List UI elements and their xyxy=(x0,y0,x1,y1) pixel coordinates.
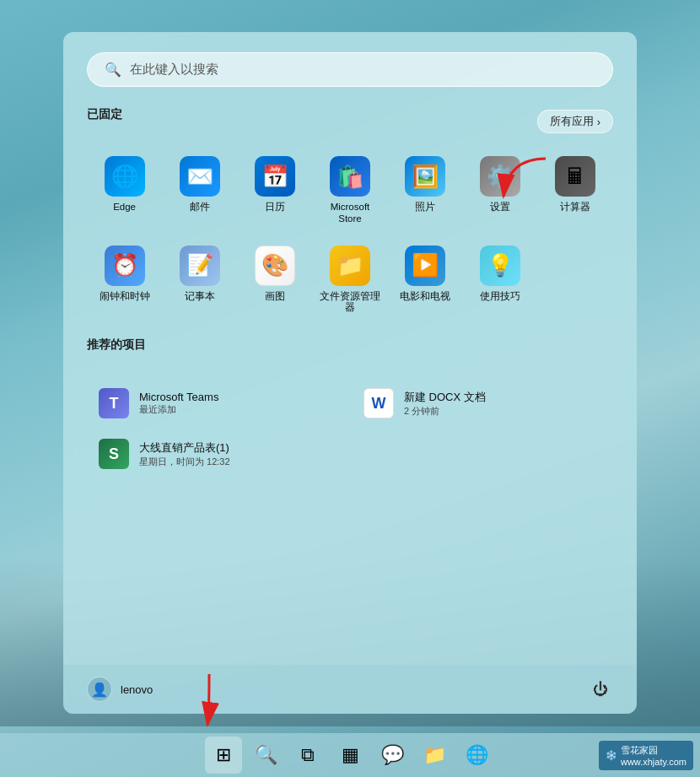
taskbar-start[interactable]: ⊞ xyxy=(205,737,242,774)
watermark: ❄️ 雪花家园 www.xhjaty.com xyxy=(599,741,693,770)
taskbar-search[interactable]: 🔍 xyxy=(247,737,284,774)
clock-icon: ⏰ xyxy=(105,246,145,286)
notepad-icon: 📝 xyxy=(180,246,220,286)
rec-item-teams[interactable]: TMicrosoft Teams最近添加 xyxy=(87,380,348,427)
app-item-tips[interactable]: 💡使用技巧 xyxy=(463,239,538,321)
watermark-text: 雪花家园 www.xhjaty.com xyxy=(621,744,687,767)
settings-icon: ⚙️ xyxy=(480,156,520,197)
app-item-calendar[interactable]: 📅日历 xyxy=(237,149,312,232)
taskbar-edge-tb[interactable]: 🌐 xyxy=(458,737,495,774)
pinned-header: 已固定 所有应用 › xyxy=(87,107,613,136)
tips-label: 使用技巧 xyxy=(480,291,520,303)
app-item-notepad[interactable]: 📝记事本 xyxy=(162,239,237,321)
clock-label: 闹钟和时钟 xyxy=(100,291,150,303)
paint-icon: 🎨 xyxy=(255,246,295,286)
app-item-settings[interactable]: ⚙️设置 xyxy=(463,149,538,232)
store-icon: 🛍️ xyxy=(330,156,370,197)
docx-rec-icon: W xyxy=(363,388,394,418)
search-bar[interactable]: 🔍 在此键入以搜索 xyxy=(87,52,613,87)
app-item-movies[interactable]: ▶️电影和电视 xyxy=(388,239,463,321)
user-avatar: 👤 xyxy=(87,677,112,702)
store-label: Microsoft Store xyxy=(317,202,382,225)
desktop: 🔍 在此键入以搜索 已固定 所有应用 › 🌐Edge✉️邮件📅日历🛍️Micro… xyxy=(0,0,700,777)
mail-icon: ✉️ xyxy=(180,156,220,197)
taskbar: ⊞🔍⧉▦💬📁🌐 xyxy=(0,733,700,777)
sheets-rec-info: 大线直销产品表(1)星期日，时间为 12:32 xyxy=(139,440,230,468)
recommended-items: TMicrosoft Teams最近添加W新建 DOCX 文档2 分钟前S大线直… xyxy=(87,380,613,478)
files-label: 文件资源管理器 xyxy=(317,291,382,315)
mail-label: 邮件 xyxy=(190,202,210,213)
chevron-right-icon: › xyxy=(597,116,600,128)
sheets-rec-icon: S xyxy=(99,439,129,469)
teams-rec-sub: 最近添加 xyxy=(139,403,218,416)
taskbar-widgets[interactable]: ▦ xyxy=(331,737,369,774)
app-item-photos[interactable]: 🖼️照片 xyxy=(388,149,463,232)
docx-rec-sub: 2 分钟前 xyxy=(404,405,486,418)
calendar-label: 日历 xyxy=(265,202,285,213)
recommended-header: 推荐的项目 xyxy=(87,337,613,366)
pinned-label: 已固定 xyxy=(87,107,122,122)
search-placeholder: 在此键入以搜索 xyxy=(130,62,218,78)
docx-rec-title: 新建 DOCX 文档 xyxy=(404,390,486,405)
teams-rec-info: Microsoft Teams最近添加 xyxy=(139,391,218,416)
sheets-rec-sub: 星期日，时间为 12:32 xyxy=(139,456,230,468)
notepad-label: 记事本 xyxy=(185,291,215,303)
photos-icon: 🖼️ xyxy=(405,156,445,197)
calc-icon: 🖩 xyxy=(555,156,595,197)
all-apps-button[interactable]: 所有应用 › xyxy=(537,110,613,133)
movies-label: 电影和电视 xyxy=(400,291,450,303)
taskbar-teams-chat[interactable]: 💬 xyxy=(374,737,411,774)
app-item-files[interactable]: 📁文件资源管理器 xyxy=(312,239,387,321)
rec-item-docx[interactable]: W新建 DOCX 文档2 分钟前 xyxy=(352,380,613,427)
power-icon: ⏻ xyxy=(593,681,608,699)
taskbar-files-tb[interactable]: 📁 xyxy=(416,737,453,774)
taskbar-taskview[interactable]: ⧉ xyxy=(289,737,326,774)
start-menu-bottom: 👤 lenovo ⏻ xyxy=(63,665,637,714)
all-apps-label: 所有应用 xyxy=(550,114,594,129)
user-area[interactable]: 👤 lenovo xyxy=(87,677,153,702)
app-item-edge[interactable]: 🌐Edge xyxy=(87,149,162,232)
photos-label: 照片 xyxy=(415,202,435,213)
recommended-section: 推荐的项目 TMicrosoft Teams最近添加W新建 DOCX 文档2 分… xyxy=(87,337,613,656)
calc-label: 计算器 xyxy=(560,202,590,213)
teams-rec-icon: T xyxy=(99,388,129,418)
app-item-calc[interactable]: 🖩计算器 xyxy=(538,149,613,232)
calendar-icon: 📅 xyxy=(255,156,295,197)
edge-label: Edge xyxy=(113,202,136,213)
tips-icon: 💡 xyxy=(480,246,520,286)
recommended-label: 推荐的项目 xyxy=(87,337,146,353)
settings-label: 设置 xyxy=(490,202,510,213)
files-icon: 📁 xyxy=(330,246,370,286)
watermark-icon: ❄️ xyxy=(606,750,617,761)
app-item-clock[interactable]: ⏰闹钟和时钟 xyxy=(87,239,162,321)
app-item-store[interactable]: 🛍️Microsoft Store xyxy=(312,149,387,232)
edge-icon: 🌐 xyxy=(105,156,145,197)
app-item-paint[interactable]: 🎨画图 xyxy=(237,239,312,321)
sheets-rec-title: 大线直销产品表(1) xyxy=(139,440,230,456)
docx-rec-info: 新建 DOCX 文档2 分钟前 xyxy=(404,390,486,418)
username: lenovo xyxy=(121,683,153,696)
search-icon: 🔍 xyxy=(105,62,121,78)
app-item-mail[interactable]: ✉️邮件 xyxy=(162,149,237,232)
app-grid: 🌐Edge✉️邮件📅日历🛍️Microsoft Store🖼️照片⚙️设置🖩计算… xyxy=(87,149,613,321)
teams-rec-title: Microsoft Teams xyxy=(139,391,218,403)
paint-label: 画图 xyxy=(265,291,285,303)
start-menu: 🔍 在此键入以搜索 已固定 所有应用 › 🌐Edge✉️邮件📅日历🛍️Micro… xyxy=(63,32,637,714)
rec-item-sheets[interactable]: S大线直销产品表(1)星期日，时间为 12:32 xyxy=(87,430,348,478)
movies-icon: ▶️ xyxy=(405,246,445,286)
power-button[interactable]: ⏻ xyxy=(588,677,613,702)
avatar-icon: 👤 xyxy=(91,682,108,698)
